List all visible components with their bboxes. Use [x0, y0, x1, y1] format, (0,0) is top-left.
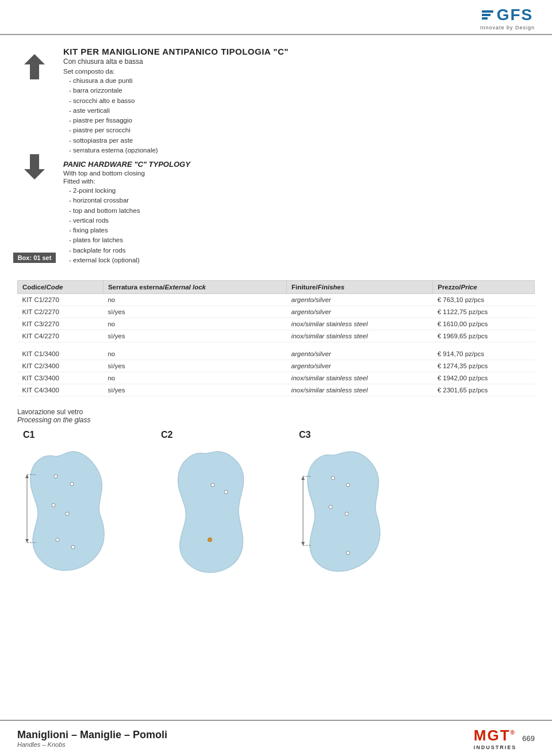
cell-lock: sì/yes: [103, 330, 286, 342]
logo-tagline: Innovate by Design: [480, 25, 535, 30]
product-title: KIT PER MANIGLIONE ANTIPANICO TIPOLOGIA …: [63, 47, 535, 56]
glass-label-c1: C1: [23, 430, 34, 440]
cell-code: KIT C1/3400: [18, 342, 103, 360]
cell-lock: no: [103, 372, 286, 384]
mgt-brand-text: MGT®: [474, 727, 516, 744]
list-item: plates for latches: [69, 235, 535, 245]
cell-price: € 1942,00 pz/pcs: [433, 372, 535, 384]
lavorazione-label: Lavorazione sul vetro Processing on the …: [17, 408, 535, 424]
logo-stripes: [482, 10, 493, 20]
cell-price: € 763,10 pz/pcs: [433, 294, 535, 306]
glass-item-c1: C1: [17, 430, 132, 583]
svg-point-2: [54, 475, 57, 478]
svg-point-20: [346, 551, 350, 555]
panic-title: PANIC HARDWARE "C" TYPOLOGY: [63, 160, 535, 169]
svg-marker-24: [301, 476, 305, 480]
svg-point-19: [345, 512, 348, 516]
table-section: Codice/Code Serratura esterna/External l…: [0, 280, 552, 396]
fitted-label: Fitted with:: [63, 178, 535, 185]
cell-price: € 1122,75 pz/pcs: [433, 306, 535, 318]
items-list-en: 2-point locking horizontal crossbar top …: [63, 186, 535, 265]
table-row: KIT C4/2270 sì/yes inox/similar stainles…: [18, 330, 535, 342]
list-item: 2-point locking: [69, 186, 535, 196]
product-info: KIT PER MANIGLIONE ANTIPANICO TIPOLOGIA …: [63, 47, 535, 269]
cell-code: KIT C2/2270: [18, 306, 103, 318]
product-table: Codice/Code Serratura esterna/External l…: [17, 280, 535, 396]
items-list-it: chiusura a due punti barra orizzontale s…: [63, 76, 535, 155]
table-header-row: Codice/Code Serratura esterna/External l…: [18, 281, 535, 294]
cell-finish: inox/similar stainless steel: [287, 384, 433, 396]
logo-area: GFS Innovate by Design: [480, 6, 535, 30]
arrow-up-icon: [23, 52, 46, 81]
cell-code: KIT C4/2270: [18, 330, 103, 342]
svg-point-6: [56, 538, 59, 541]
logo-text: GFS: [497, 6, 534, 24]
list-item: backplate for rods: [69, 246, 535, 255]
col-finish: Finiture/Finishes: [287, 281, 433, 294]
footer-title-area: Maniglioni – Maniglie – Pomoli Handles –…: [17, 729, 167, 748]
svg-marker-11: [25, 475, 29, 478]
cell-lock: no: [103, 294, 286, 306]
cell-finish: inox/similar stainless steel: [287, 372, 433, 384]
table-row: KIT C4/3400 sì/yes inox/similar stainles…: [18, 384, 535, 396]
arrow-down-icon: [23, 152, 46, 181]
col-price: Prezzo/Price: [433, 281, 535, 294]
cell-price: € 1610,00 pz/pcs: [433, 318, 535, 330]
cell-finish: argento/silver: [287, 294, 433, 306]
svg-point-18: [329, 505, 332, 509]
product-subtitle-it: Con chiusura alta e bassa: [63, 58, 535, 66]
svg-point-17: [346, 483, 350, 487]
glass-diagrams: C1: [17, 430, 535, 583]
table-row: KIT C1/3400 no argento/silver € 914,70 p…: [18, 342, 535, 360]
col-lock: Serratura esterna/External lock: [103, 281, 286, 294]
table-row: KIT C3/3400 no inox/similar stainless st…: [18, 372, 535, 384]
list-item: chiusura a due punti: [69, 76, 535, 86]
svg-point-16: [331, 476, 335, 480]
gfs-logo: GFS: [482, 6, 534, 24]
list-item: sottopiastra per aste: [69, 136, 535, 146]
page-number: 669: [522, 734, 535, 743]
cell-finish: argento/silver: [287, 342, 433, 360]
footer-right: MGT® INDUSTRIES 669: [474, 727, 535, 750]
cell-code: KIT C3/3400: [18, 372, 103, 384]
left-column: Box: 01 set: [17, 47, 52, 269]
glass-section: Lavorazione sul vetro Processing on the …: [0, 396, 552, 589]
set-composto-label: Set composto da:: [63, 68, 535, 75]
glass-item-c3: C3: [293, 430, 408, 583]
svg-marker-1: [24, 154, 45, 180]
footer-subtitle: Handles – Knobs: [17, 741, 167, 748]
glass-item-c2: C2: [155, 430, 270, 583]
svg-point-5: [66, 512, 69, 516]
svg-marker-0: [24, 54, 45, 79]
footer-title: Maniglioni – Maniglie – Pomoli: [17, 729, 167, 741]
list-item: fixing plates: [69, 226, 535, 235]
lavorazione-en: Processing on the glass: [17, 416, 90, 424]
list-item: piastre per fissaggio: [69, 116, 535, 125]
list-item: external lock (optional): [69, 255, 535, 265]
svg-marker-12: [25, 539, 29, 543]
svg-point-14: [224, 490, 228, 494]
list-item: serratura esterna (opzionale): [69, 146, 535, 155]
glass-shape-c2: [158, 445, 267, 583]
cell-code: KIT C4/3400: [18, 384, 103, 396]
page-footer: Maniglioni – Maniglie – Pomoli Handles –…: [0, 720, 552, 756]
cell-lock: no: [103, 342, 286, 360]
glass-shape-c1: [20, 445, 129, 583]
glass-label-c3: C3: [299, 430, 310, 440]
cell-lock: sì/yes: [103, 306, 286, 318]
table-row: KIT C1/2270 no argento/silver € 763,10 p…: [18, 294, 535, 306]
cell-lock: sì/yes: [103, 384, 286, 396]
cell-lock: no: [103, 318, 286, 330]
list-item: barra orizzontale: [69, 86, 535, 96]
table-row: KIT C2/2270 sì/yes argento/silver € 1122…: [18, 306, 535, 318]
cell-price: € 2301,65 pz/pcs: [433, 384, 535, 396]
cell-price: € 1969,65 pz/pcs: [433, 330, 535, 342]
svg-point-7: [71, 545, 75, 549]
table-row: KIT C3/2270 no inox/similar stainless st…: [18, 318, 535, 330]
fitted-with-label: With top and bottom closing: [63, 170, 535, 177]
list-item: top and bottom latches: [69, 206, 535, 216]
cell-code: KIT C1/2270: [18, 294, 103, 306]
page-header: GFS Innovate by Design: [0, 0, 552, 35]
box-label: Box: 01 set: [13, 253, 56, 263]
cell-finish: inox/similar stainless steel: [287, 318, 433, 330]
